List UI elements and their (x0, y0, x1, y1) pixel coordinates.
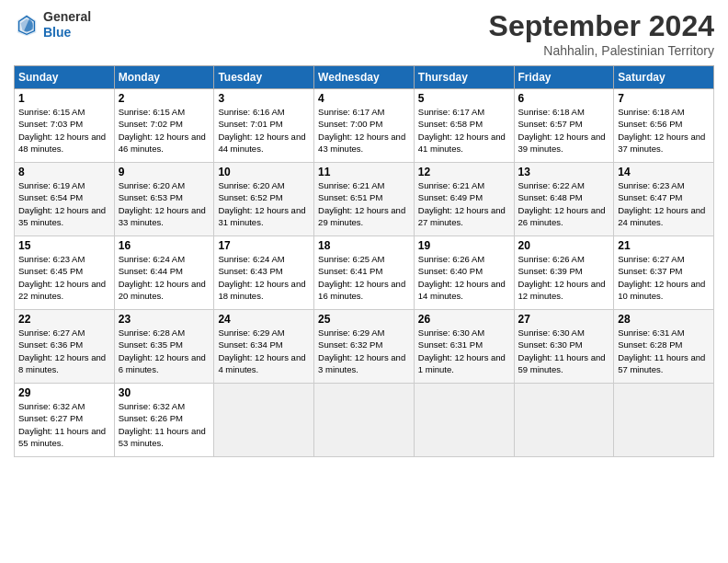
day-cell-1: 1 Sunrise: 6:15 AMSunset: 7:03 PMDayligh… (15, 89, 115, 163)
day-number: 3 (218, 92, 310, 105)
day-number: 17 (218, 239, 310, 252)
day-number: 25 (318, 313, 410, 326)
header-cell-wednesday: Wednesday (314, 66, 415, 89)
logo: General Blue (14, 9, 91, 40)
day-info: Sunrise: 6:30 AMSunset: 6:31 PMDaylight:… (418, 327, 510, 375)
day-info: Sunrise: 6:18 AMSunset: 6:57 PMDaylight:… (518, 106, 610, 155)
week-row-5: 29 Sunrise: 6:32 AMSunset: 6:27 PMDaylig… (15, 384, 714, 457)
day-info: Sunrise: 6:17 AMSunset: 7:00 PMDaylight:… (318, 106, 410, 155)
empty-cell (414, 384, 514, 457)
day-info: Sunrise: 6:29 AMSunset: 6:34 PMDaylight:… (218, 327, 310, 375)
day-info: Sunrise: 6:29 AMSunset: 6:32 PMDaylight:… (318, 327, 410, 375)
day-cell-2: 2 Sunrise: 6:15 AMSunset: 7:02 PMDayligh… (114, 89, 214, 163)
day-cell-12: 12 Sunrise: 6:21 AMSunset: 6:49 PMDaylig… (414, 163, 514, 236)
logo-icon (14, 12, 40, 38)
day-number: 14 (618, 166, 710, 178)
logo-general: General (43, 9, 91, 25)
week-row-4: 22 Sunrise: 6:27 AMSunset: 6:36 PMDaylig… (15, 310, 714, 384)
day-info: Sunrise: 6:23 AMSunset: 6:45 PMDaylight:… (18, 253, 110, 302)
day-number: 29 (18, 386, 110, 399)
day-number: 15 (18, 239, 110, 252)
day-info: Sunrise: 6:31 AMSunset: 6:28 PMDaylight:… (618, 327, 710, 375)
day-number: 26 (418, 313, 510, 326)
header: General Blue September 2024 Nahhalin, Pa… (14, 9, 714, 58)
day-cell-18: 18 Sunrise: 6:25 AMSunset: 6:41 PMDaylig… (314, 236, 415, 310)
day-info: Sunrise: 6:21 AMSunset: 6:49 PMDaylight:… (418, 179, 510, 228)
empty-cell (214, 384, 314, 457)
day-info: Sunrise: 6:27 AMSunset: 6:36 PMDaylight:… (18, 327, 110, 375)
day-cell-14: 14 Sunrise: 6:23 AMSunset: 6:47 PMDaylig… (614, 163, 714, 236)
day-cell-25: 25 Sunrise: 6:29 AMSunset: 6:32 PMDaylig… (314, 310, 415, 384)
day-info: Sunrise: 6:27 AMSunset: 6:37 PMDaylight:… (618, 253, 710, 302)
day-info: Sunrise: 6:15 AMSunset: 7:02 PMDaylight:… (119, 106, 210, 155)
day-info: Sunrise: 6:21 AMSunset: 6:51 PMDaylight:… (318, 179, 410, 228)
day-number: 23 (119, 313, 210, 326)
day-cell-30: 30 Sunrise: 6:32 AMSunset: 6:26 PMDaylig… (114, 384, 214, 457)
day-cell-9: 9 Sunrise: 6:20 AMSunset: 6:53 PMDayligh… (114, 163, 214, 236)
day-cell-17: 17 Sunrise: 6:24 AMSunset: 6:43 PMDaylig… (214, 236, 314, 310)
day-cell-20: 20 Sunrise: 6:26 AMSunset: 6:39 PMDaylig… (514, 236, 614, 310)
month-title: September 2024 (489, 9, 714, 43)
day-number: 6 (518, 92, 610, 105)
day-number: 11 (318, 166, 410, 178)
day-cell-15: 15 Sunrise: 6:23 AMSunset: 6:45 PMDaylig… (15, 236, 115, 310)
day-number: 1 (18, 92, 110, 105)
day-number: 22 (18, 313, 110, 326)
day-info: Sunrise: 6:22 AMSunset: 6:48 PMDaylight:… (518, 179, 610, 228)
day-cell-5: 5 Sunrise: 6:17 AMSunset: 6:58 PMDayligh… (414, 89, 514, 163)
day-number: 30 (119, 386, 210, 399)
day-number: 16 (119, 239, 210, 252)
day-info: Sunrise: 6:28 AMSunset: 6:35 PMDaylight:… (119, 327, 210, 375)
day-info: Sunrise: 6:20 AMSunset: 6:52 PMDaylight:… (218, 179, 310, 228)
page: General Blue September 2024 Nahhalin, Pa… (0, 0, 728, 563)
day-number: 21 (618, 239, 710, 252)
day-info: Sunrise: 6:24 AMSunset: 6:43 PMDaylight:… (218, 253, 310, 302)
day-cell-27: 27 Sunrise: 6:30 AMSunset: 6:30 PMDaylig… (514, 310, 614, 384)
day-cell-26: 26 Sunrise: 6:30 AMSunset: 6:31 PMDaylig… (414, 310, 514, 384)
day-number: 24 (218, 313, 310, 326)
day-number: 9 (119, 166, 210, 178)
day-cell-19: 19 Sunrise: 6:26 AMSunset: 6:40 PMDaylig… (414, 236, 514, 310)
empty-cell (314, 384, 415, 457)
week-row-3: 15 Sunrise: 6:23 AMSunset: 6:45 PMDaylig… (15, 236, 714, 310)
day-info: Sunrise: 6:32 AMSunset: 6:27 PMDaylight:… (18, 400, 110, 449)
day-number: 20 (518, 239, 610, 252)
day-cell-3: 3 Sunrise: 6:16 AMSunset: 7:01 PMDayligh… (214, 89, 314, 163)
day-info: Sunrise: 6:16 AMSunset: 7:01 PMDaylight:… (218, 106, 310, 155)
day-number: 5 (418, 92, 510, 105)
day-number: 7 (618, 92, 710, 105)
day-number: 4 (318, 92, 410, 105)
day-cell-16: 16 Sunrise: 6:24 AMSunset: 6:44 PMDaylig… (114, 236, 214, 310)
day-info: Sunrise: 6:15 AMSunset: 7:03 PMDaylight:… (18, 106, 110, 155)
day-number: 13 (518, 166, 610, 178)
day-info: Sunrise: 6:23 AMSunset: 6:47 PMDaylight:… (618, 179, 710, 228)
empty-cell (514, 384, 614, 457)
day-cell-6: 6 Sunrise: 6:18 AMSunset: 6:57 PMDayligh… (514, 89, 614, 163)
day-cell-13: 13 Sunrise: 6:22 AMSunset: 6:48 PMDaylig… (514, 163, 614, 236)
day-info: Sunrise: 6:25 AMSunset: 6:41 PMDaylight:… (318, 253, 410, 302)
day-info: Sunrise: 6:24 AMSunset: 6:44 PMDaylight:… (119, 253, 210, 302)
day-number: 8 (18, 166, 110, 178)
day-number: 28 (618, 313, 710, 326)
day-number: 18 (318, 239, 410, 252)
day-cell-10: 10 Sunrise: 6:20 AMSunset: 6:52 PMDaylig… (214, 163, 314, 236)
day-info: Sunrise: 6:18 AMSunset: 6:56 PMDaylight:… (618, 106, 710, 155)
header-cell-saturday: Saturday (614, 66, 714, 89)
day-number: 2 (119, 92, 210, 105)
day-cell-29: 29 Sunrise: 6:32 AMSunset: 6:27 PMDaylig… (15, 384, 115, 457)
day-cell-22: 22 Sunrise: 6:27 AMSunset: 6:36 PMDaylig… (15, 310, 115, 384)
header-cell-sunday: Sunday (15, 66, 115, 89)
day-number: 12 (418, 166, 510, 178)
day-cell-23: 23 Sunrise: 6:28 AMSunset: 6:35 PMDaylig… (114, 310, 214, 384)
week-row-1: 1 Sunrise: 6:15 AMSunset: 7:03 PMDayligh… (15, 89, 714, 163)
header-cell-friday: Friday (514, 66, 614, 89)
location: Nahhalin, Palestinian Territory (489, 43, 714, 58)
header-cell-monday: Monday (114, 66, 214, 89)
day-cell-28: 28 Sunrise: 6:31 AMSunset: 6:28 PMDaylig… (614, 310, 714, 384)
day-cell-24: 24 Sunrise: 6:29 AMSunset: 6:34 PMDaylig… (214, 310, 314, 384)
day-info: Sunrise: 6:26 AMSunset: 6:40 PMDaylight:… (418, 253, 510, 302)
day-cell-21: 21 Sunrise: 6:27 AMSunset: 6:37 PMDaylig… (614, 236, 714, 310)
day-info: Sunrise: 6:20 AMSunset: 6:53 PMDaylight:… (119, 179, 210, 228)
calendar-table: SundayMondayTuesdayWednesdayThursdayFrid… (14, 65, 714, 457)
week-row-2: 8 Sunrise: 6:19 AMSunset: 6:54 PMDayligh… (15, 163, 714, 236)
